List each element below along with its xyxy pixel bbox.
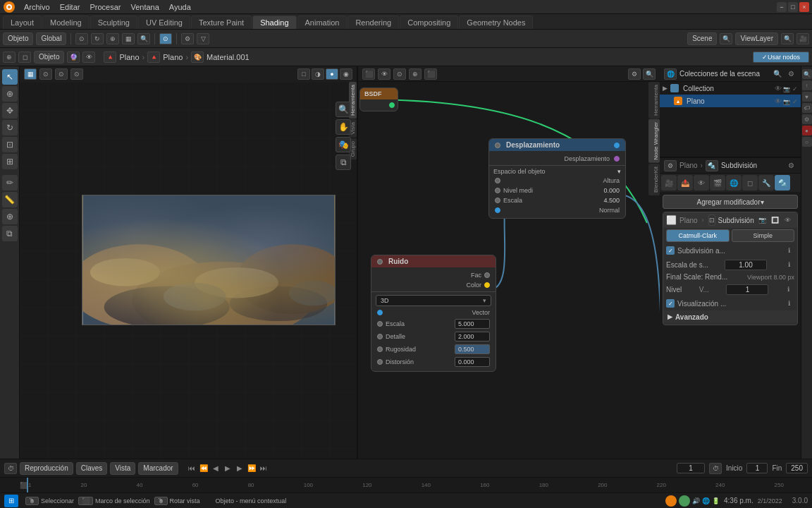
transport-play[interactable]: ▶: [223, 464, 233, 473]
mod-render-icon[interactable]: 🔳: [770, 214, 781, 226]
noise-distorsion-val[interactable]: 0.000: [455, 357, 490, 367]
mod-camera-icon[interactable]: 📷: [757, 214, 768, 226]
tool-extra[interactable]: ⧉: [2, 226, 18, 241]
playback-btn[interactable]: Reproducción: [20, 462, 73, 475]
transport-prev-frame[interactable]: ◀: [211, 464, 221, 473]
props-mod-icon[interactable]: 🔩: [706, 160, 718, 171]
tl-editor-icon[interactable]: ⏱: [4, 463, 17, 474]
vp-select-btn[interactable]: ⊙: [39, 68, 52, 80]
tab-uv-editing[interactable]: UV Editing: [138, 16, 190, 29]
ne-obj-icon[interactable]: ◻: [18, 52, 31, 63]
props-header-icon[interactable]: ⚙: [664, 160, 677, 171]
object-mode-btn[interactable]: Objeto: [3, 32, 33, 45]
tab-animation[interactable]: Animation: [297, 16, 347, 29]
transform-gizmo[interactable]: [288, 152, 337, 202]
start-frame[interactable]: 1: [746, 463, 768, 473]
ne-node-menu[interactable]: ⬛: [424, 68, 437, 80]
props-tab-render[interactable]: 🎥: [661, 175, 677, 190]
node-editor-canvas[interactable]: BSDF Desplazamiento: [358, 82, 660, 459]
bk-icon-heart[interactable]: ♥: [802, 92, 812, 102]
noise-node[interactable]: Ruido Fac Color: [371, 255, 496, 372]
subdivision-adaptive-check[interactable]: ✓: [666, 246, 675, 255]
outliner-item-plano[interactable]: ▲ Plano 👁 📷 ✓: [660, 95, 801, 107]
keys-btn[interactable]: Claves: [76, 462, 108, 475]
menu-procesar[interactable]: Procesar: [85, 1, 125, 13]
avanzado-section[interactable]: ▶ Avanzado: [663, 310, 797, 323]
viewlayer-btn[interactable]: ViewLayer: [735, 32, 778, 45]
ne-select-menu[interactable]: ⊙: [393, 68, 406, 80]
tab-rendering[interactable]: Rendering: [347, 16, 399, 29]
view-btn[interactable]: Vista: [110, 462, 135, 475]
tab-modeling[interactable]: Modeling: [42, 16, 90, 29]
props-settings[interactable]: ⚙: [785, 160, 796, 171]
visualization-info[interactable]: ℹ: [783, 298, 794, 309]
displacement-node[interactable]: Desplazamiento Desplazamiento: [488, 138, 626, 219]
ne-options-icon[interactable]: ⚙: [628, 68, 641, 80]
props-tab-scene[interactable]: 🎬: [710, 175, 725, 190]
header-icon5[interactable]: 🔍: [137, 33, 150, 44]
tab-geometry-nodes[interactable]: Geometry Nodes: [459, 16, 533, 29]
tool-cursor[interactable]: ⊕: [2, 86, 18, 102]
tool-select[interactable]: ↖: [2, 69, 18, 85]
transport-prev[interactable]: ⏪: [199, 464, 209, 473]
noise-color-socket[interactable]: [484, 282, 490, 288]
overlay-btn3[interactable]: 🎭: [336, 137, 351, 152]
vp-overlay-btn[interactable]: ⊙: [70, 68, 83, 80]
props-tab-world[interactable]: 🌐: [726, 175, 742, 190]
ne-use-nodes-check[interactable]: ✓ Usar nodos: [753, 52, 809, 63]
disp-output-socket[interactable]: [614, 156, 620, 162]
time-icon[interactable]: ⏱: [709, 463, 722, 474]
tool-measure[interactable]: 📏: [2, 192, 18, 207]
props-tab-object[interactable]: ◻: [742, 175, 758, 190]
overlay-btn1[interactable]: 🔍: [336, 102, 351, 117]
header-icon4[interactable]: ▦: [122, 33, 135, 44]
noise-rugosidad-val[interactable]: 0.500: [455, 344, 490, 354]
ne-add-menu[interactable]: ⊕: [409, 68, 422, 80]
tab-sculpting[interactable]: Sculpting: [90, 16, 137, 29]
vp-viewport-shading3[interactable]: ●: [326, 68, 338, 80]
disp-altura-socket[interactable]: [495, 178, 500, 183]
scene-icon[interactable]: 🔍: [720, 33, 732, 44]
outliner-filter[interactable]: 🔍: [772, 68, 783, 80]
transport-next[interactable]: ⏩: [247, 464, 257, 473]
bk-icon-upload[interactable]: ↑: [802, 80, 812, 90]
tool-transform[interactable]: ⊞: [2, 154, 18, 169]
props-tab-output[interactable]: 📤: [677, 175, 693, 190]
noise-escala-val[interactable]: 5.000: [455, 319, 490, 329]
add-modifier-button[interactable]: Agregar modificador: [663, 195, 798, 209]
bk-icon-settings[interactable]: ⚙: [802, 114, 812, 124]
ruler-inner[interactable]: 1 20 40 60 80 100 120 140 160 180 200 22…: [27, 478, 785, 492]
overlay-btn4[interactable]: ⧉: [336, 155, 351, 170]
noise-detalle-val[interactable]: 2.000: [455, 332, 490, 341]
vp-editor-type[interactable]: ▦: [24, 68, 37, 80]
scene-panel-icon[interactable]: 🌐: [664, 68, 677, 80]
noise-detalle-socket[interactable]: [377, 334, 383, 339]
tab-layout[interactable]: Layout: [3, 16, 42, 29]
tool-move[interactable]: ✥: [2, 103, 18, 119]
header-icon6[interactable]: ⊙: [159, 33, 172, 44]
maximize-button[interactable]: □: [788, 2, 798, 12]
noise-fac-socket[interactable]: [484, 272, 490, 278]
ruler-start-icon[interactable]: ⬛: [20, 482, 27, 489]
bk-icon-red[interactable]: ●: [802, 126, 812, 135]
header-icon7[interactable]: ⚙: [181, 33, 194, 44]
header-icon2[interactable]: ↻: [91, 33, 104, 44]
nivel-info[interactable]: ℹ: [783, 284, 794, 295]
menu-ventana[interactable]: Ventana: [126, 1, 163, 13]
header-icon1[interactable]: ⊙: [75, 33, 88, 44]
bk-icon-circle[interactable]: ○: [802, 137, 812, 147]
visualization-check[interactable]: ✓: [666, 299, 675, 308]
ne-view-icon[interactable]: 👁: [82, 52, 95, 63]
node-editor[interactable]: ⬛ 👁 ⊙ ⊕ ⬛ ⚙ 🔍: [358, 66, 660, 459]
current-frame-display[interactable]: 1: [677, 463, 705, 473]
marker-btn[interactable]: Marcador: [138, 462, 178, 475]
ne-view-menu[interactable]: 👁: [378, 68, 390, 80]
minimize-button[interactable]: −: [777, 2, 787, 12]
ne-blenderkit-tab[interactable]: BlenderKit: [648, 164, 660, 195]
viewlayer-icon[interactable]: 🔍: [781, 33, 794, 44]
global-btn[interactable]: Global: [36, 32, 66, 45]
tab-shading[interactable]: Shading: [252, 16, 296, 29]
disp-out-socket[interactable]: [614, 143, 620, 148]
noise-vector-socket[interactable]: [377, 310, 383, 315]
header-icon3[interactable]: ⊕: [106, 33, 119, 44]
